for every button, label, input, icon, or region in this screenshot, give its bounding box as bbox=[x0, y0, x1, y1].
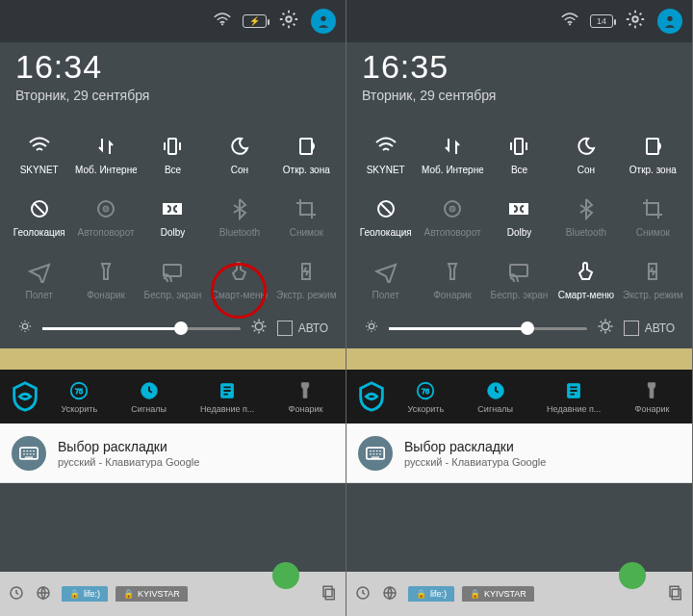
qs-label: Снимок bbox=[636, 227, 670, 238]
qs-tile-location[interactable]: Геолокация bbox=[352, 191, 419, 244]
brightness-low-icon bbox=[17, 319, 33, 338]
qs-tile-sleep[interactable]: Сон bbox=[206, 128, 272, 181]
qs-tile-flashlight[interactable]: Фонарик bbox=[72, 253, 139, 306]
svg-point-2 bbox=[321, 16, 325, 21]
toolbar-recent[interactable]: Недавние п... bbox=[547, 379, 601, 414]
browser-tab[interactable]: 🔒KYIVSTAR bbox=[116, 586, 188, 602]
svg-text:75: 75 bbox=[75, 387, 83, 396]
toolbar-speed[interactable]: 75Ускорить bbox=[62, 379, 98, 414]
toolbar-flashlight[interactable]: Фонарик bbox=[289, 379, 323, 414]
globe-icon[interactable] bbox=[35, 584, 52, 603]
qs-tile-flashlight[interactable]: Фонарик bbox=[419, 253, 485, 306]
toolbar-recent[interactable]: Недавние п... bbox=[200, 379, 254, 414]
qs-tile-smartmenu[interactable]: Смарт-меню bbox=[552, 253, 619, 306]
lock-icon: 🔒 bbox=[123, 589, 134, 599]
auto-brightness[interactable]: АВТО bbox=[277, 321, 328, 336]
settings-icon[interactable] bbox=[278, 9, 299, 34]
qs-tile-screenshot[interactable]: Снимок bbox=[620, 191, 686, 244]
qs-tile-mobile-data[interactable]: Моб. Интернет bbox=[419, 128, 485, 181]
security-app-logo-icon[interactable] bbox=[6, 377, 44, 416]
checkbox-icon[interactable] bbox=[277, 321, 293, 336]
toolbar-label: Ускорить bbox=[62, 404, 98, 414]
toolbar-alarms[interactable]: Сигналы bbox=[131, 379, 167, 414]
lock-icon: 🔒 bbox=[69, 589, 80, 599]
browser-tab[interactable]: 🔒life:) bbox=[408, 586, 454, 602]
qs-tile-wifi[interactable]: SKYNET bbox=[6, 128, 72, 181]
crop-icon bbox=[640, 196, 665, 221]
qs-tile-mobile-data[interactable]: Моб. Интернет bbox=[72, 128, 139, 181]
clock-time: 16:35 bbox=[362, 48, 677, 86]
dolby-icon bbox=[506, 196, 531, 221]
qs-tile-hotspot[interactable]: Откр. зона bbox=[273, 128, 340, 181]
svg-rect-4 bbox=[300, 139, 312, 154]
qs-label: Экстр. режим bbox=[623, 290, 683, 300]
slider-knob[interactable] bbox=[521, 321, 534, 335]
profile-avatar[interactable] bbox=[657, 9, 682, 34]
qs-tile-bluetooth[interactable]: Bluetooth bbox=[206, 191, 272, 244]
notification-card[interactable]: Выбор раскладки русский - Клавиатура Goo… bbox=[346, 424, 692, 483]
wifi-icon bbox=[373, 134, 398, 159]
qs-tile-hotspot[interactable]: Откр. зона bbox=[620, 128, 686, 181]
data-arrows-icon bbox=[93, 134, 118, 159]
qs-tile-vibrate[interactable]: Все bbox=[486, 128, 552, 181]
brightness-slider[interactable] bbox=[42, 327, 241, 330]
notification-body: Выбор раскладки русский - Клавиатура Goo… bbox=[404, 439, 546, 468]
notification-subtitle: русский - Клавиатура Google bbox=[404, 456, 546, 468]
toolbar-flashlight[interactable]: Фонарик bbox=[635, 379, 670, 414]
toolbar-alarms[interactable]: Сигналы bbox=[477, 379, 513, 414]
qs-tile-screenshot[interactable]: Снимок bbox=[273, 191, 340, 244]
qs-tile-sleep[interactable]: Сон bbox=[552, 128, 619, 181]
dolby-icon bbox=[160, 196, 185, 221]
qs-tile-dolby[interactable]: Dolby bbox=[486, 191, 552, 244]
qs-tile-wifi[interactable]: SKYNET bbox=[352, 128, 419, 181]
qs-tile-powersave[interactable]: Экстр. режим bbox=[273, 253, 340, 306]
bluetooth-icon bbox=[227, 196, 252, 221]
notification-title: Выбор раскладки bbox=[404, 439, 546, 454]
qs-tile-cast[interactable]: Беспр. экран bbox=[140, 253, 206, 306]
qs-tile-rotate[interactable]: Автоповорот bbox=[419, 191, 485, 244]
fab-button[interactable] bbox=[619, 562, 646, 589]
qs-tile-smartmenu[interactable]: Смарт-меню bbox=[206, 253, 272, 306]
qs-tile-vibrate[interactable]: Все bbox=[140, 128, 206, 181]
slider-fill bbox=[389, 327, 527, 330]
notification-card[interactable]: Выбор раскладки русский - Клавиатура Goo… bbox=[0, 424, 346, 483]
copy-icon[interactable] bbox=[667, 584, 684, 603]
svg-rect-3 bbox=[168, 139, 176, 154]
lock-icon: 🔒 bbox=[416, 589, 426, 599]
quick-settings-panel: SKYNET Моб. Интернет Все Сон Откр. зона … bbox=[346, 116, 692, 348]
profile-avatar[interactable] bbox=[311, 9, 336, 34]
clock-area: 16:35 Вторник, 29 сентября bbox=[346, 42, 692, 116]
qs-tile-cast[interactable]: Беспр. экран bbox=[486, 253, 552, 306]
brightness-slider[interactable] bbox=[389, 327, 587, 330]
qs-tile-powersave[interactable]: Экстр. режим bbox=[620, 253, 686, 306]
globe-icon[interactable] bbox=[381, 584, 398, 603]
qs-label: Геолокация bbox=[13, 227, 65, 238]
auto-brightness[interactable]: АВТО bbox=[624, 321, 675, 336]
toolbar-speed[interactable]: 76Ускорить bbox=[408, 379, 445, 414]
checkbox-icon[interactable] bbox=[624, 321, 639, 336]
toolbar-label: Фонарик bbox=[289, 404, 323, 414]
qs-label: SKYNET bbox=[367, 165, 405, 175]
settings-icon[interactable] bbox=[625, 9, 646, 34]
history-icon[interactable] bbox=[8, 584, 25, 603]
browser-tab[interactable]: 🔒life:) bbox=[62, 586, 108, 602]
hotspot-icon bbox=[294, 134, 319, 159]
copy-icon[interactable] bbox=[321, 584, 338, 603]
qs-tile-bluetooth[interactable]: Bluetooth bbox=[552, 191, 619, 244]
clock-time: 16:34 bbox=[15, 48, 330, 86]
browser-tab[interactable]: 🔒KYIVSTAR bbox=[462, 586, 534, 602]
qs-tile-airplane[interactable]: Полет bbox=[352, 253, 419, 306]
history-icon[interactable] bbox=[354, 584, 372, 603]
qs-tile-rotate[interactable]: Автоповорот bbox=[72, 191, 139, 244]
svg-text:76: 76 bbox=[422, 387, 429, 396]
qs-tile-location[interactable]: Геолокация bbox=[6, 191, 72, 244]
slider-knob[interactable] bbox=[174, 321, 188, 335]
qs-label: SKYNET bbox=[20, 165, 59, 175]
qs-tile-dolby[interactable]: Dolby bbox=[140, 191, 206, 244]
browser-strip: 🔒life:) 🔒KYIVSTAR bbox=[346, 572, 692, 616]
svg-point-11 bbox=[22, 323, 27, 328]
qs-tile-airplane[interactable]: Полет bbox=[6, 253, 72, 306]
svg-point-29 bbox=[449, 206, 455, 212]
fab-button[interactable] bbox=[272, 562, 299, 589]
security-app-logo-icon[interactable] bbox=[352, 377, 391, 416]
